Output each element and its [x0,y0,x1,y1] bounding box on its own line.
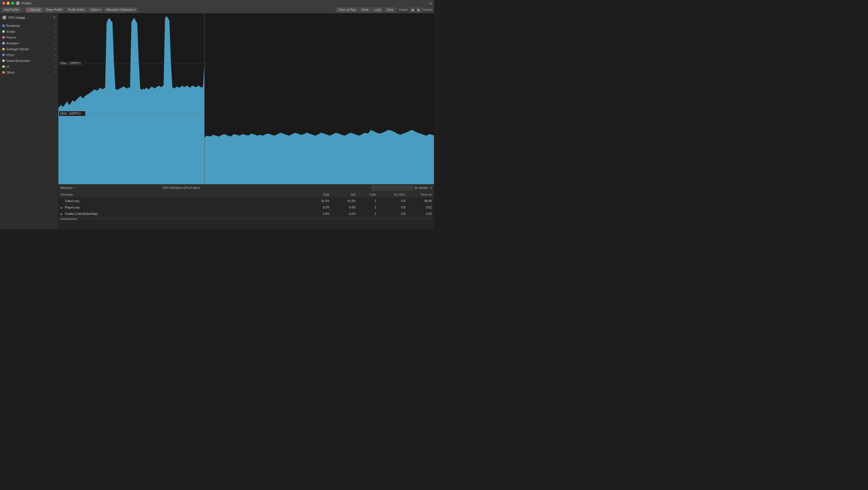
chart-area: 33ms (30FPS) 16ms (60FPS) [58,13,434,184]
table-row[interactable]: EditorLoop 91.6% 91.6% 2 0 B 99.48 [58,198,434,205]
td-gcalloc-0: 0 B [378,198,408,204]
expand-arrow-1[interactable]: ▶ [61,206,63,209]
maximize-button[interactable] [11,2,14,5]
item-color-dot [2,30,5,33]
toolbar-separator-1 [23,8,24,12]
marker-16ms-label: 16ms (60FPS) [60,112,81,115]
table-row[interactable]: ▶ PlayerLoop 8.3% 0.0% 2 0 B 9.02 [58,205,434,211]
main-area: ⏱ CPU Usage ✕ Rendering ≡ Scripts ≡ Phys… [0,13,434,229]
td-self-1: 0.0% [332,205,358,211]
td-calls-0: 2 [358,198,378,204]
sidebar-item-ui[interactable]: UI ≡ [0,64,58,69]
expand-icon[interactable]: ⊟ [429,2,432,5]
sidebar-item-label: Animation [6,42,53,45]
expand-arrow-2[interactable]: ▶ [61,213,63,215]
hierarchy-dropdown[interactable]: Hierarchy ▾ [60,186,75,189]
sidebar-item-animation[interactable]: Animation ≡ [0,40,58,46]
sidebar-item-handle-icon: ≡ [54,48,56,51]
title-bar-left: ⏱ Profiler [2,1,32,5]
item-color-dot [2,42,5,44]
sidebar-close-button[interactable]: ✕ [53,16,56,20]
td-self-0: 91.6% [332,198,358,204]
td-self-2: 0.0% [332,211,358,217]
profile-editor-button[interactable]: Profile Editor [66,7,87,12]
sidebar-item-label: Physics [6,36,53,39]
item-color-dot [2,48,5,50]
record-dot-icon [28,9,30,11]
add-profiler-button[interactable]: Add Profiler [2,7,22,12]
sidebar-item-rendering[interactable]: Rendering ≡ [0,23,58,29]
th-total: Total [306,191,332,198]
th-calls: Calls [358,191,378,198]
window-title: Profiler [22,1,32,5]
item-color-dot [2,36,5,38]
td-timems-1: 9.02 [408,205,434,211]
settings-icon[interactable]: ⚙ [430,186,432,189]
cpu-gpu-info: CPU:108.55ms GPU:0.00ms [163,186,200,189]
sidebar-item-label: Scripts [6,30,53,33]
editor-button[interactable]: Editor ▾ [88,7,103,12]
collapse-icon[interactable]: ⋮ [425,2,428,5]
horizontal-scrollbar[interactable] [58,217,434,220]
cpu-chart-svg: 33ms (30FPS) 16ms (60FPS) [58,13,434,184]
record-button[interactable]: Record [25,7,42,12]
item-color-dot [2,71,5,73]
sidebar-item-label: VSync [6,54,53,57]
window-controls [2,2,14,5]
hierarchy-dropdown-arrow: ▾ [74,187,75,189]
th-timems: Time ms [408,191,434,198]
minimize-button[interactable] [7,2,10,5]
clear-on-play-button[interactable]: Clear on Play [336,7,358,12]
sidebar-item-handle-icon: ≡ [54,36,56,39]
save-button[interactable]: Save [384,7,396,12]
th-self: Self [332,191,358,198]
close-button[interactable] [2,2,5,5]
frame-section: Frame: ◀ ▶ Current [399,7,432,12]
cpu-usage-icon: ⏱ [2,16,6,20]
sidebar-item-label: UI [6,65,53,68]
title-bar-right: ⋮ ⊟ [425,2,432,5]
item-color-dot [2,54,5,56]
marker-33ms-label: 33ms (30FPS) [60,62,81,65]
td-total-2: 0.0% [306,211,332,217]
sidebar-title: CPU Usage [8,16,25,19]
sidebar-items-list: Rendering ≡ Scripts ≡ Physics ≡ Animatio… [0,22,58,229]
sidebar-item-global-illumination[interactable]: Global Illumination ≡ [0,58,58,64]
td-timems-2: 0.00 [408,211,434,217]
profiler-icon: ⏱ [16,1,20,5]
current-frame-label: Current [423,8,432,11]
title-bar: ⏱ Profiler ⋮ ⊟ [0,0,434,6]
load-button[interactable]: Load [372,7,383,12]
sidebar-item-handle-icon: ≡ [54,59,56,62]
sidebar-item-physics[interactable]: Physics ≡ [0,34,58,40]
td-total-1: 8.3% [306,205,332,211]
main-toolbar: Add Profiler Record Deep Profile Profile… [0,6,434,13]
sidebar: ⏱ CPU Usage ✕ Rendering ≡ Scripts ≡ Phys… [0,13,58,229]
td-gcalloc-2: 0 B [378,211,408,217]
sidebar-item-label: GarbageCollector [6,48,53,51]
sidebar-item-scripts[interactable]: Scripts ≡ [0,29,58,34]
no-details-label: No Details [414,186,428,189]
table-row[interactable]: ▶ Profiler.CollectEditorStats 0.0% 0.0% … [58,211,434,217]
th-overview: Overview [58,191,306,198]
item-color-dot [2,65,5,68]
frame-next-button[interactable]: ▶ [416,7,422,12]
scrollbar-thumb[interactable] [60,218,78,220]
search-input[interactable] [372,186,413,190]
frame-prev-button[interactable]: ◀ [410,7,415,12]
sidebar-item-vsync[interactable]: VSync ≡ [0,52,58,58]
sidebar-item-handle-icon: ≡ [54,24,56,27]
clear-button[interactable]: Clear [359,7,371,12]
table-body: EditorLoop 91.6% 91.6% 2 0 B 99.48 ▶ Pla… [58,198,434,217]
deep-profile-button[interactable]: Deep Profile [44,7,65,12]
td-calls-2: 1 [358,211,378,217]
td-name-1: ▶ PlayerLoop [58,205,306,211]
sidebar-header: ⏱ CPU Usage ✕ [0,13,58,22]
table-section: Overview Total Self Calls GC Alloc Time … [58,191,434,229]
sidebar-item-others[interactable]: Others ≡ [0,69,58,75]
sidebar-item-handle-icon: ≡ [54,65,56,68]
allocation-callstacks-button[interactable]: Allocation Callstacks ▾ [104,7,138,12]
sidebar-item-garbagecollector[interactable]: GarbageCollector ≡ [0,46,58,52]
bottom-toolbar: Hierarchy ▾ CPU:108.55ms GPU:0.00ms No D… [58,184,434,191]
td-calls-1: 2 [358,205,378,211]
